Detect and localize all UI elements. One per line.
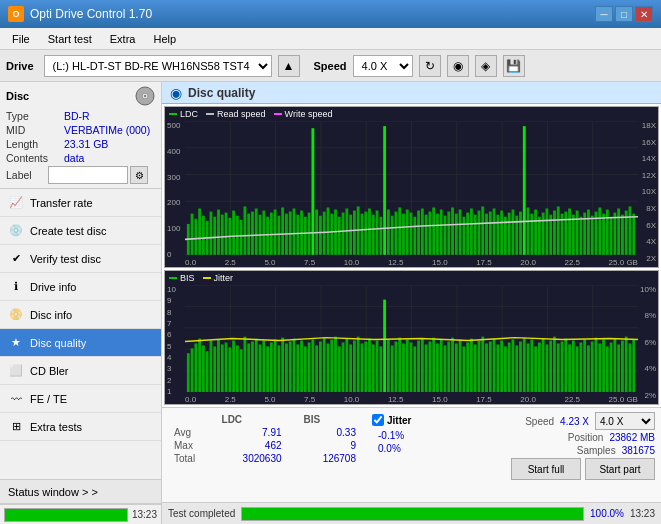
svg-rect-177 bbox=[281, 337, 284, 392]
save-button[interactable]: 💾 bbox=[503, 55, 525, 77]
svg-rect-84 bbox=[436, 214, 439, 255]
menu-help[interactable]: Help bbox=[145, 31, 184, 47]
svg-rect-255 bbox=[576, 346, 579, 392]
svg-rect-89 bbox=[455, 214, 458, 255]
close-button[interactable]: ✕ bbox=[635, 6, 653, 22]
menu-file[interactable]: File bbox=[4, 31, 38, 47]
contents-label: Contents bbox=[6, 152, 64, 164]
extra-tests-icon: ⊞ bbox=[8, 419, 24, 435]
svg-rect-223 bbox=[455, 343, 458, 392]
svg-rect-160 bbox=[217, 339, 220, 392]
sidebar-item-disc-quality[interactable]: ★ Disc quality bbox=[0, 329, 161, 357]
svg-rect-131 bbox=[613, 213, 616, 255]
status-window-button[interactable]: Status window > > bbox=[0, 480, 161, 504]
svg-rect-178 bbox=[285, 343, 288, 392]
svg-rect-190 bbox=[330, 339, 333, 392]
svg-rect-93 bbox=[470, 208, 473, 254]
jitter-label: Jitter bbox=[387, 415, 411, 426]
minimize-button[interactable]: ─ bbox=[595, 6, 613, 22]
svg-rect-188 bbox=[323, 337, 326, 392]
svg-rect-161 bbox=[221, 344, 224, 392]
svg-rect-92 bbox=[466, 213, 469, 255]
svg-rect-124 bbox=[587, 210, 590, 255]
position-label: Position bbox=[568, 432, 604, 443]
svg-rect-153 bbox=[191, 348, 194, 392]
nav-items: 📈 Transfer rate 💿 Create test disc ✔ Ver… bbox=[0, 189, 161, 479]
svg-rect-107 bbox=[523, 126, 526, 255]
svg-rect-125 bbox=[591, 216, 594, 255]
svg-rect-251 bbox=[561, 341, 564, 392]
svg-rect-222 bbox=[451, 337, 454, 392]
drive-select[interactable]: (L:) HL-DT-ST BD-RE WH16NS58 TST4 bbox=[44, 55, 272, 77]
svg-rect-70 bbox=[383, 126, 386, 255]
sidebar-item-disc-info[interactable]: 📀 Disc info bbox=[0, 301, 161, 329]
svg-rect-243 bbox=[530, 339, 533, 392]
svg-rect-214 bbox=[421, 338, 424, 392]
menu-extra[interactable]: Extra bbox=[102, 31, 144, 47]
jitter-table: -0.1% 0.0% bbox=[372, 428, 410, 456]
sidebar-item-create-test-disc[interactable]: 💿 Create test disc bbox=[0, 217, 161, 245]
svg-rect-67 bbox=[372, 215, 375, 255]
svg-rect-90 bbox=[459, 210, 462, 255]
sidebar-item-extra-tests[interactable]: ⊞ Extra tests bbox=[0, 413, 161, 441]
menu-start-test[interactable]: Start test bbox=[40, 31, 100, 47]
svg-rect-108 bbox=[527, 207, 530, 254]
speed-select-stat[interactable]: 4.0 X bbox=[595, 412, 655, 430]
disc-icon bbox=[135, 86, 155, 106]
svg-rect-192 bbox=[338, 346, 341, 392]
svg-rect-30 bbox=[232, 211, 235, 255]
svg-rect-169 bbox=[251, 341, 254, 392]
start-part-button[interactable]: Start part bbox=[585, 458, 655, 480]
jitter-checkbox-row: Jitter bbox=[372, 414, 411, 426]
svg-rect-189 bbox=[327, 343, 330, 392]
svg-rect-99 bbox=[493, 208, 496, 254]
svg-rect-73 bbox=[395, 212, 398, 255]
svg-rect-240 bbox=[519, 341, 522, 392]
stats-header-row: LDC BIS Avg 7.91 0.33 Max 462 9 Total bbox=[168, 412, 655, 480]
disc-type-row: Type BD-R bbox=[6, 110, 155, 122]
samples-label: Samples bbox=[577, 445, 616, 456]
svg-rect-80 bbox=[421, 208, 424, 254]
samples-val: 381675 bbox=[622, 445, 655, 456]
svg-rect-81 bbox=[425, 215, 428, 255]
svg-rect-187 bbox=[319, 341, 322, 392]
svg-rect-88 bbox=[451, 207, 454, 254]
start-full-button[interactable]: Start full bbox=[511, 458, 581, 480]
app-icon: O bbox=[8, 6, 24, 22]
svg-rect-244 bbox=[534, 346, 537, 392]
refresh-button[interactable]: ↻ bbox=[419, 55, 441, 77]
read-legend-item: Read speed bbox=[206, 109, 266, 119]
svg-rect-267 bbox=[621, 340, 624, 392]
label-input[interactable] bbox=[48, 166, 128, 184]
svg-rect-115 bbox=[553, 211, 556, 255]
settings-button2[interactable]: ◈ bbox=[475, 55, 497, 77]
jitter-checkbox[interactable] bbox=[372, 414, 384, 426]
sidebar-item-verify-test-disc[interactable]: ✔ Verify test disc bbox=[0, 245, 161, 273]
svg-rect-82 bbox=[428, 212, 431, 255]
eject-button[interactable]: ▲ bbox=[278, 55, 300, 77]
svg-rect-210 bbox=[406, 339, 409, 392]
svg-rect-55 bbox=[327, 207, 330, 254]
bis-header: BIS bbox=[294, 414, 366, 425]
sidebar-item-fe-te[interactable]: 〰 FE / TE bbox=[0, 385, 161, 413]
label-button[interactable]: ⚙ bbox=[130, 166, 148, 184]
svg-rect-127 bbox=[598, 207, 601, 254]
svg-rect-22 bbox=[202, 216, 205, 255]
bottom-progress-inner bbox=[242, 508, 583, 520]
label-key: Label bbox=[6, 169, 46, 181]
main: Disc Type BD-R MID VERBATIMe (000) Lengt… bbox=[0, 82, 661, 524]
settings-button1[interactable]: ◉ bbox=[447, 55, 469, 77]
svg-rect-119 bbox=[568, 208, 571, 254]
maximize-button[interactable]: □ bbox=[615, 6, 633, 22]
svg-rect-269 bbox=[629, 343, 632, 392]
sidebar-item-transfer-rate[interactable]: 📈 Transfer rate bbox=[0, 189, 161, 217]
svg-rect-34 bbox=[247, 214, 250, 255]
svg-rect-245 bbox=[538, 342, 541, 392]
sidebar-item-drive-info[interactable]: ℹ Drive info bbox=[0, 273, 161, 301]
speed-select[interactable]: 4.0 X bbox=[353, 55, 413, 77]
titlebar-controls: ─ □ ✕ bbox=[595, 6, 653, 22]
svg-rect-35 bbox=[251, 212, 254, 255]
status-bar: Status window > > 13:23 bbox=[0, 479, 161, 524]
sidebar-item-cd-bler[interactable]: ⬜ CD Bler bbox=[0, 357, 161, 385]
svg-rect-36 bbox=[255, 208, 258, 254]
